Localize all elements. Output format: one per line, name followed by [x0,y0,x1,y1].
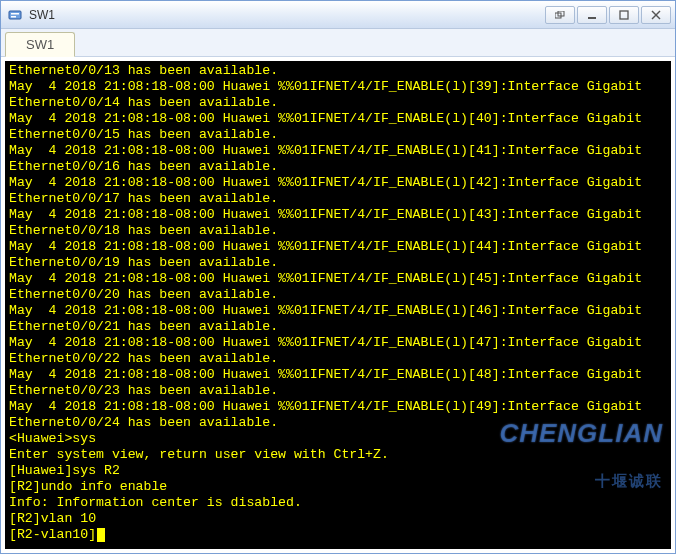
restore-down-button[interactable] [545,6,575,24]
tabbar: SW1 [1,29,675,57]
svg-rect-1 [11,13,19,15]
terminal-line: May 4 2018 21:08:18-08:00 Huawei %%01IFN… [9,271,667,287]
window-title: SW1 [29,8,543,22]
window-controls [543,6,671,24]
terminal-line: Enter system view, return user view with… [9,447,667,463]
terminal-line: Info: Information center is disabled. [9,495,667,511]
terminal-line: Ethernet0/0/21 has been available. [9,319,667,335]
terminal-line: May 4 2018 21:08:18-08:00 Huawei %%01IFN… [9,207,667,223]
titlebar: SW1 [1,1,675,29]
terminal-line: May 4 2018 21:08:18-08:00 Huawei %%01IFN… [9,239,667,255]
terminal-line: [R2]undo info enable [9,479,667,495]
terminal-container: Ethernet0/0/13 has been available.May 4 … [1,57,675,553]
terminal-line: May 4 2018 21:08:18-08:00 Huawei %%01IFN… [9,335,667,351]
terminal-line: Ethernet0/0/23 has been available. [9,383,667,399]
close-button[interactable] [641,6,671,24]
minimize-button[interactable] [577,6,607,24]
terminal-line: May 4 2018 21:08:18-08:00 Huawei %%01IFN… [9,367,667,383]
terminal-line: Ethernet0/0/22 has been available. [9,351,667,367]
terminal-cursor [97,528,105,542]
terminal-line: May 4 2018 21:08:18-08:00 Huawei %%01IFN… [9,399,667,415]
svg-rect-6 [620,11,628,19]
terminal-line: May 4 2018 21:08:18-08:00 Huawei %%01IFN… [9,303,667,319]
terminal-line: [Huawei]sys R2 [9,463,667,479]
terminal-line: [R2]vlan 10 [9,511,667,527]
terminal-line: May 4 2018 21:08:18-08:00 Huawei %%01IFN… [9,143,667,159]
app-icon [7,7,23,23]
svg-rect-2 [11,16,16,18]
terminal-line: Ethernet0/0/18 has been available. [9,223,667,239]
svg-rect-0 [9,11,21,19]
terminal-line: May 4 2018 21:08:18-08:00 Huawei %%01IFN… [9,79,667,95]
maximize-button[interactable] [609,6,639,24]
terminal-line: Ethernet0/0/19 has been available. [9,255,667,271]
tab-sw1[interactable]: SW1 [5,32,75,57]
terminal-line: <Huawei>sys [9,431,667,447]
terminal-line: Ethernet0/0/24 has been available. [9,415,667,431]
terminal-line: Ethernet0/0/20 has been available. [9,287,667,303]
terminal-line: May 4 2018 21:08:18-08:00 Huawei %%01IFN… [9,175,667,191]
terminal-line: [R2-vlan10] [9,527,667,543]
app-window: SW1 SW1 Ethernet0/0/13 has been availabl… [0,0,676,554]
terminal-line: Ethernet0/0/13 has been available. [9,63,667,79]
terminal-line: Ethernet0/0/14 has been available. [9,95,667,111]
terminal[interactable]: Ethernet0/0/13 has been available.May 4 … [5,61,671,549]
terminal-line: Ethernet0/0/17 has been available. [9,191,667,207]
terminal-line: May 4 2018 21:08:18-08:00 Huawei %%01IFN… [9,111,667,127]
terminal-line: Ethernet0/0/16 has been available. [9,159,667,175]
terminal-line: Ethernet0/0/15 has been available. [9,127,667,143]
